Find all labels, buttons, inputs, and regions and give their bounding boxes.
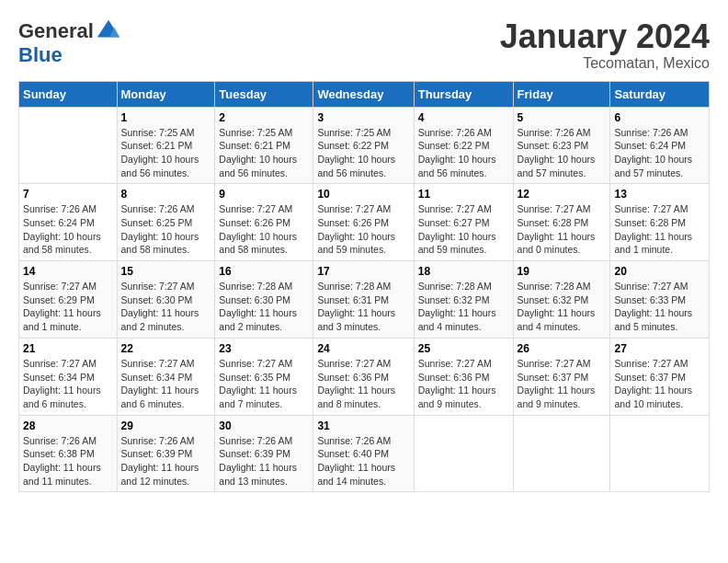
calendar-cell — [610, 415, 710, 492]
calendar-cell: 1Sunrise: 7:25 AMSunset: 6:21 PMDaylight… — [117, 107, 215, 184]
calendar-cell: 29Sunrise: 7:26 AMSunset: 6:39 PMDayligh… — [117, 415, 215, 492]
day-number: 11 — [418, 188, 509, 201]
subtitle: Tecomatan, Mexico — [500, 55, 710, 72]
logo: General Blue — [18, 18, 121, 66]
calendar-cell: 22Sunrise: 7:27 AMSunset: 6:34 PMDayligh… — [117, 338, 215, 415]
day-number: 4 — [418, 111, 509, 124]
header-friday: Friday — [513, 81, 610, 107]
day-number: 28 — [23, 419, 113, 432]
day-number: 8 — [121, 188, 211, 201]
day-number: 31 — [317, 419, 409, 432]
calendar-cell: 25Sunrise: 7:27 AMSunset: 6:36 PMDayligh… — [414, 338, 513, 415]
day-detail: Sunrise: 7:26 AMSunset: 6:24 PMDaylight:… — [614, 127, 692, 178]
day-detail: Sunrise: 7:26 AMSunset: 6:23 PMDaylight:… — [518, 127, 596, 178]
day-detail: Sunrise: 7:27 AMSunset: 6:28 PMDaylight:… — [518, 203, 596, 255]
header-wednesday: Wednesday — [313, 81, 414, 107]
calendar-cell — [513, 415, 610, 492]
day-detail: Sunrise: 7:27 AMSunset: 6:35 PMDaylight:… — [219, 358, 297, 409]
calendar-cell: 30Sunrise: 7:26 AMSunset: 6:39 PMDayligh… — [215, 415, 313, 492]
header-tuesday: Tuesday — [215, 81, 313, 107]
main-title: January 2024 — [500, 18, 710, 55]
day-number: 27 — [614, 342, 705, 355]
calendar-cell: 6Sunrise: 7:26 AMSunset: 6:24 PMDaylight… — [610, 107, 710, 184]
day-detail: Sunrise: 7:26 AMSunset: 6:40 PMDaylight:… — [317, 435, 395, 487]
calendar-cell: 2Sunrise: 7:25 AMSunset: 6:21 PMDaylight… — [215, 107, 313, 184]
day-detail: Sunrise: 7:25 AMSunset: 6:21 PMDaylight:… — [219, 127, 297, 178]
day-detail: Sunrise: 7:26 AMSunset: 6:25 PMDaylight:… — [121, 203, 199, 255]
header-row: Sunday Monday Tuesday Wednesday Thursday… — [19, 81, 710, 107]
day-number: 23 — [219, 342, 309, 355]
calendar-cell: 9Sunrise: 7:27 AMSunset: 6:26 PMDaylight… — [215, 184, 313, 261]
calendar-cell: 17Sunrise: 7:28 AMSunset: 6:31 PMDayligh… — [313, 261, 414, 339]
calendar-cell: 5Sunrise: 7:26 AMSunset: 6:23 PMDaylight… — [513, 107, 610, 184]
day-number: 29 — [121, 419, 211, 432]
calendar-cell: 16Sunrise: 7:28 AMSunset: 6:30 PMDayligh… — [215, 261, 313, 339]
day-number: 2 — [219, 111, 309, 124]
day-number: 12 — [518, 188, 607, 201]
day-number: 19 — [518, 265, 607, 278]
calendar-cell: 14Sunrise: 7:27 AMSunset: 6:29 PMDayligh… — [19, 261, 118, 339]
day-number: 1 — [121, 111, 211, 124]
day-detail: Sunrise: 7:27 AMSunset: 6:34 PMDaylight:… — [23, 358, 101, 409]
calendar-cell: 28Sunrise: 7:26 AMSunset: 6:38 PMDayligh… — [19, 415, 118, 492]
day-detail: Sunrise: 7:27 AMSunset: 6:37 PMDaylight:… — [518, 358, 596, 409]
day-number: 5 — [518, 111, 607, 124]
calendar-week-5: 28Sunrise: 7:26 AMSunset: 6:38 PMDayligh… — [19, 415, 710, 492]
calendar-week-3: 14Sunrise: 7:27 AMSunset: 6:29 PMDayligh… — [19, 261, 710, 339]
header-sunday: Sunday — [19, 81, 118, 107]
header: General Blue January 2024 Tecomatan, Mex… — [18, 18, 710, 72]
day-detail: Sunrise: 7:27 AMSunset: 6:36 PMDaylight:… — [317, 358, 395, 409]
calendar-cell: 13Sunrise: 7:27 AMSunset: 6:28 PMDayligh… — [610, 184, 710, 261]
calendar-cell: 31Sunrise: 7:26 AMSunset: 6:40 PMDayligh… — [313, 415, 414, 492]
calendar-cell: 21Sunrise: 7:27 AMSunset: 6:34 PMDayligh… — [19, 338, 118, 415]
day-number: 10 — [317, 188, 409, 201]
day-detail: Sunrise: 7:27 AMSunset: 6:34 PMDaylight:… — [121, 358, 199, 409]
calendar-cell: 10Sunrise: 7:27 AMSunset: 6:26 PMDayligh… — [313, 184, 414, 261]
day-number: 24 — [317, 342, 409, 355]
day-detail: Sunrise: 7:25 AMSunset: 6:21 PMDaylight:… — [121, 127, 199, 178]
calendar-cell: 11Sunrise: 7:27 AMSunset: 6:27 PMDayligh… — [414, 184, 513, 261]
day-detail: Sunrise: 7:28 AMSunset: 6:30 PMDaylight:… — [219, 281, 297, 332]
day-detail: Sunrise: 7:28 AMSunset: 6:32 PMDaylight:… — [518, 281, 596, 332]
day-detail: Sunrise: 7:28 AMSunset: 6:32 PMDaylight:… — [418, 281, 496, 332]
calendar-cell — [19, 107, 118, 184]
day-detail: Sunrise: 7:27 AMSunset: 6:27 PMDaylight:… — [418, 203, 496, 255]
day-number: 26 — [518, 342, 607, 355]
calendar-cell: 23Sunrise: 7:27 AMSunset: 6:35 PMDayligh… — [215, 338, 313, 415]
calendar-cell: 12Sunrise: 7:27 AMSunset: 6:28 PMDayligh… — [513, 184, 610, 261]
calendar-cell: 26Sunrise: 7:27 AMSunset: 6:37 PMDayligh… — [513, 338, 610, 415]
day-detail: Sunrise: 7:26 AMSunset: 6:24 PMDaylight:… — [23, 203, 101, 255]
day-number: 17 — [317, 265, 409, 278]
day-detail: Sunrise: 7:26 AMSunset: 6:39 PMDaylight:… — [219, 435, 297, 487]
calendar-cell: 4Sunrise: 7:26 AMSunset: 6:22 PMDaylight… — [414, 107, 513, 184]
calendar-week-4: 21Sunrise: 7:27 AMSunset: 6:34 PMDayligh… — [19, 338, 710, 415]
calendar-cell: 18Sunrise: 7:28 AMSunset: 6:32 PMDayligh… — [414, 261, 513, 339]
day-number: 20 — [614, 265, 705, 278]
page: General Blue January 2024 Tecomatan, Mex… — [0, 0, 728, 501]
title-block: January 2024 Tecomatan, Mexico — [500, 18, 710, 72]
calendar-cell — [414, 415, 513, 492]
day-number: 13 — [614, 188, 705, 201]
calendar-week-1: 1Sunrise: 7:25 AMSunset: 6:21 PMDaylight… — [19, 107, 710, 184]
day-number: 9 — [219, 188, 309, 201]
day-detail: Sunrise: 7:27 AMSunset: 6:37 PMDaylight:… — [614, 358, 692, 409]
day-detail: Sunrise: 7:28 AMSunset: 6:31 PMDaylight:… — [317, 281, 395, 332]
day-detail: Sunrise: 7:26 AMSunset: 6:22 PMDaylight:… — [418, 127, 496, 178]
header-monday: Monday — [117, 81, 215, 107]
day-number: 16 — [219, 265, 309, 278]
calendar-cell: 19Sunrise: 7:28 AMSunset: 6:32 PMDayligh… — [513, 261, 610, 339]
calendar-cell: 8Sunrise: 7:26 AMSunset: 6:25 PMDaylight… — [117, 184, 215, 261]
day-detail: Sunrise: 7:26 AMSunset: 6:38 PMDaylight:… — [23, 435, 101, 487]
calendar-cell: 24Sunrise: 7:27 AMSunset: 6:36 PMDayligh… — [313, 338, 414, 415]
day-detail: Sunrise: 7:27 AMSunset: 6:36 PMDaylight:… — [418, 358, 496, 409]
day-number: 6 — [614, 111, 705, 124]
calendar-cell: 7Sunrise: 7:26 AMSunset: 6:24 PMDaylight… — [19, 184, 118, 261]
calendar-cell: 15Sunrise: 7:27 AMSunset: 6:30 PMDayligh… — [117, 261, 215, 339]
calendar-week-2: 7Sunrise: 7:26 AMSunset: 6:24 PMDaylight… — [19, 184, 710, 261]
logo-icon — [96, 18, 121, 44]
day-number: 25 — [418, 342, 509, 355]
day-number: 21 — [23, 342, 113, 355]
day-number: 22 — [121, 342, 211, 355]
day-detail: Sunrise: 7:27 AMSunset: 6:33 PMDaylight:… — [614, 281, 692, 332]
day-number: 7 — [23, 188, 113, 201]
